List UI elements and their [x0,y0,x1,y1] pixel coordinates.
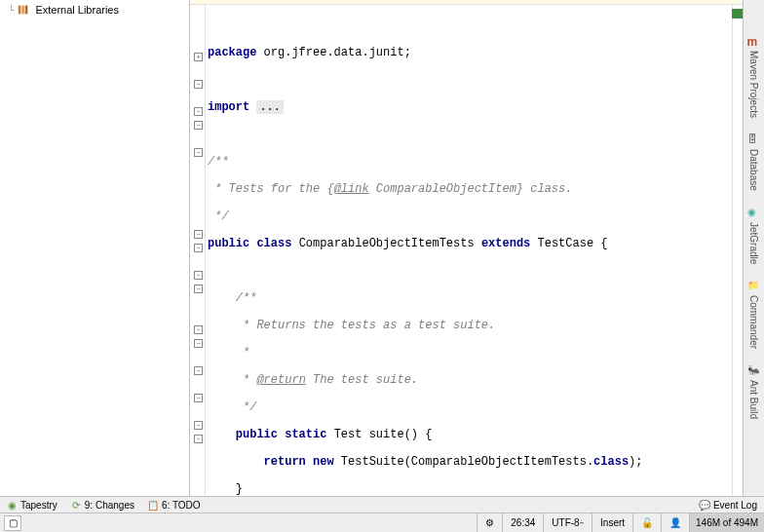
fold-toggle[interactable] [194,148,203,157]
event-log-icon: 💬 [699,499,710,511]
library-icon [16,2,31,18]
editor-gutter[interactable] [190,5,206,496]
external-libraries-node[interactable]: └ External Libraries [0,0,189,19]
commander-icon: 📁 [747,280,761,293]
error-stripe[interactable] [732,5,743,496]
hector-icon[interactable]: 👤 [661,513,689,532]
tapestry-tool-button[interactable]: ◉ Tapestry [0,499,64,511]
project-tree-panel[interactable]: └ External Libraries [0,0,190,496]
fold-toggle[interactable] [194,285,203,293]
svg-rect-0 [19,6,21,15]
cursor-position[interactable]: 26:34 [502,513,543,532]
tree-expand-icon[interactable]: └ [8,5,14,15]
event-log-button[interactable]: 💬 Event Log [693,499,764,511]
bottom-tool-window-bar[interactable]: ◉ Tapestry ⟳ 9: Changes 📋 6: TODO 💬 Even… [0,496,764,513]
readonly-toggle-icon[interactable]: 🔓 [632,513,661,532]
fold-toggle[interactable] [194,421,203,430]
fold-toggle[interactable] [194,53,203,61]
fold-toggle[interactable] [194,244,203,252]
gradle-icon: ◉ [747,207,761,220]
fold-toggle[interactable] [194,325,203,334]
fold-toggle[interactable] [194,271,203,280]
stripe-marker-ok[interactable] [732,9,743,19]
import-fold[interactable]: ... [256,100,284,114]
fold-toggle[interactable] [194,435,203,443]
tapestry-icon: ◉ [6,499,18,511]
jetgradle-tool-button[interactable]: ◉JetGradle [745,201,763,270]
fold-toggle[interactable] [194,80,203,89]
database-tool-button[interactable]: 🗄Database [745,128,763,197]
fold-toggle[interactable] [194,121,203,130]
file-encoding[interactable]: UTF-8 ÷ [543,513,592,532]
maven-tool-button[interactable]: mMaven Projects [745,29,763,124]
memory-indicator[interactable]: 146M of 494M [689,513,764,532]
ant-icon: 🐜 [747,364,761,378]
fold-toggle[interactable] [194,230,203,239]
todo-tool-button[interactable]: 📋 6: TODO [141,499,208,511]
status-bar: ▢ ⚙ 26:34 UTF-8 ÷ Insert 🔓 👤 146M of 494… [0,513,764,532]
svg-rect-1 [22,6,25,15]
ant-tool-button[interactable]: 🐜Ant Build [745,359,763,425]
tree-node-label: External Libraries [35,4,119,16]
status-process-icon[interactable]: ⚙ [477,513,502,532]
tool-windows-toggle[interactable]: ▢ [4,515,21,531]
database-icon: 🗄 [747,133,761,147]
code-content[interactable]: package package org.jfree.data.junit;org… [208,5,643,496]
changes-tool-button[interactable]: ⟳ 9: Changes [64,499,141,511]
svg-rect-2 [25,6,28,15]
commander-tool-button[interactable]: 📁Commander [745,274,763,355]
fold-toggle[interactable] [194,339,203,348]
changes-icon: ⟳ [70,499,82,511]
fold-toggle[interactable] [194,366,203,375]
fold-toggle[interactable] [194,394,203,402]
code-editor[interactable]: package package org.jfree.data.junit;org… [190,0,743,496]
todo-icon: 📋 [147,499,159,511]
right-tool-window-bar[interactable]: mMaven Projects 🗄Database ◉JetGradle 📁Co… [743,0,764,496]
fold-toggle[interactable] [194,107,203,116]
insert-mode[interactable]: Insert [592,513,632,532]
maven-icon: m [747,35,761,49]
